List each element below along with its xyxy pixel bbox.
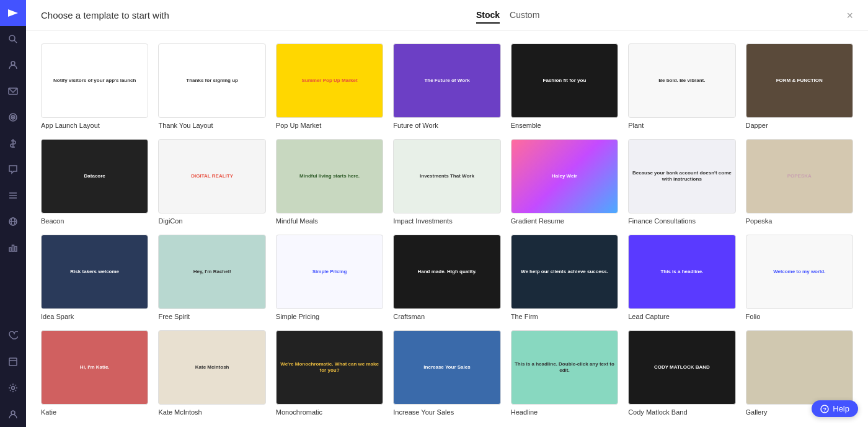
template-preview-text: Risk takers welcome [70,269,119,275]
header-tabs: Stock Custom [476,7,539,24]
help-button[interactable]: ? Help [812,400,858,417]
template-item[interactable]: Mindful living starts here.Mindful Meals [276,139,383,225]
template-preview-text: Fashion fit for you [543,78,587,84]
template-item[interactable]: Haley WeirGradient Resume [511,139,618,225]
template-name-label: Increase Your Sales [393,408,500,416]
template-preview-text: Notify visitors of your app's launch [53,78,136,84]
template-thumbnail: Because your bank account doesn't come w… [628,139,735,214]
template-item[interactable]: POPESKAPopeska [746,139,853,225]
template-item[interactable]: Hi, I'm Katie.Katie [41,330,148,416]
template-item[interactable]: Risk takers welcomeIdea Spark [41,235,148,320]
template-preview-text: Hi, I'm Katie. [80,364,110,371]
chat-nav-icon[interactable] [0,156,26,182]
tab-stock[interactable]: Stock [476,7,500,24]
template-preview-text: Summer Pop Up Market [301,78,357,84]
page-title: Choose a template to start with [41,10,169,20]
svg-point-3 [11,61,15,65]
svg-marker-0 [8,9,18,17]
template-preview-text: We help our clients achieve success. [521,269,608,275]
help-icon: ? [820,405,829,413]
nav-toggle-button[interactable] [0,0,26,26]
template-preview-text: Simple Pricing [312,269,347,275]
email-nav-icon[interactable] [0,78,26,104]
template-name-label: Plant [628,122,735,129]
target-nav-icon[interactable] [0,104,26,130]
template-preview-text: Welcome to my world. [773,269,825,275]
template-preview-text: Because your bank account doesn't come w… [631,170,732,183]
tab-custom[interactable]: Custom [510,7,539,24]
search-nav-icon[interactable] [0,26,26,52]
help-label: Help [833,404,849,413]
template-thumbnail: Investments That Work [393,139,500,214]
template-thumbnail: Mindful living starts here. [276,139,383,214]
template-item[interactable]: We help our clients achieve success.The … [511,235,618,320]
template-name-label: Popeska [746,217,853,225]
template-preview-text: This is a headline. [660,269,703,275]
template-item[interactable]: CODY MATLOCK BANDCody Matlock Band [628,330,735,416]
template-item[interactable]: Hand made. High quality.Craftsman [393,235,500,320]
template-item[interactable]: Hey, I'm Rachel!Free Spirit [158,235,265,320]
template-thumbnail: FORM & FUNCTION [746,43,853,118]
template-name-label: Folio [746,313,853,320]
template-grid: Notify visitors of your app's launchApp … [26,31,868,427]
template-thumbnail: Datacore [41,139,148,214]
template-preview-text: POPESKA [787,173,812,179]
user-nav-icon[interactable] [0,401,26,427]
template-item[interactable]: Investments That WorkImpact Investments [393,139,500,225]
template-name-label: App Launch Layout [41,122,148,129]
template-item[interactable]: Notify visitors of your app's launchApp … [41,43,148,129]
globe-nav-icon[interactable] [0,209,26,235]
template-thumbnail: Haley Weir [511,139,618,214]
template-thumbnail: Kate McIntosh [158,330,265,405]
template-preview-text: The Future of Work [424,78,469,84]
template-name-label: Katie [41,408,148,416]
template-name-label: Beacon [41,217,148,225]
template-item[interactable]: DatacoreBeacon [41,139,148,225]
template-item[interactable]: Summer Pop Up MarketPop Up Market [276,43,383,129]
close-button[interactable]: × [846,10,853,21]
template-thumbnail: CODY MATLOCK BAND [628,330,735,405]
template-item[interactable]: Welcome to my world.Folio [746,235,853,320]
settings-nav-icon[interactable] [0,375,26,401]
template-item[interactable]: Because your bank account doesn't come w… [628,139,735,225]
template-item[interactable]: Thanks for signing upThank You Layout [158,43,265,129]
template-preview-text: Hey, I'm Rachel! [193,269,231,275]
chart-nav-icon[interactable] [0,235,26,261]
template-name-label: Dapper [746,122,853,129]
template-item[interactable]: This is a headline.Lead Capture [628,235,735,320]
list-nav-icon[interactable] [0,182,26,209]
sidebar [0,0,26,427]
contacts-nav-icon[interactable] [0,52,26,78]
svg-point-1 [9,35,15,41]
template-item[interactable]: We're Monochromatic. What can we make fo… [276,330,383,416]
template-preview-text: Mindful living starts here. [299,173,360,179]
template-item[interactable]: This is a headline. Double-click any tex… [511,330,618,416]
template-name-label: Simple Pricing [276,313,383,320]
svg-rect-16 [12,245,14,251]
svg-point-20 [12,387,15,390]
template-item[interactable]: DIGITAL REALITYDigiCon [158,139,265,225]
header: Choose a template to start with Stock Cu… [26,0,868,31]
svg-rect-17 [15,246,17,251]
heart-nav-icon[interactable] [0,323,26,349]
template-name-label: Headline [511,408,618,416]
svg-point-21 [11,411,15,415]
template-item[interactable]: The Future of WorkFuture of Work [393,43,500,129]
template-preview-text: Increase Your Sales [423,364,470,371]
template-preview-text: Datacore [84,173,105,179]
template-item[interactable]: Be bold. Be vibrant.Plant [628,43,735,129]
template-item[interactable]: Increase Your SalesIncrease Your Sales [393,330,500,416]
dollar-nav-icon[interactable] [0,130,26,156]
template-item[interactable]: FORM & FUNCTIONDapper [746,43,853,129]
template-preview-text: Haley Weir [552,173,577,179]
template-item[interactable]: Simple PricingSimple Pricing [276,235,383,320]
template-name-label: Impact Investments [393,217,500,225]
template-item[interactable]: Kate McIntoshKate McIntosh [158,330,265,416]
pages-nav-icon[interactable] [0,349,26,375]
template-thumbnail: Hi, I'm Katie. [41,330,148,405]
template-thumbnail: This is a headline. Double-click any tex… [511,330,618,405]
template-name-label: Mindful Meals [276,217,383,225]
template-name-label: Thank You Layout [158,122,265,129]
template-item[interactable]: Fashion fit for youEnsemble [511,43,618,129]
template-preview-text: FORM & FUNCTION [776,78,823,84]
